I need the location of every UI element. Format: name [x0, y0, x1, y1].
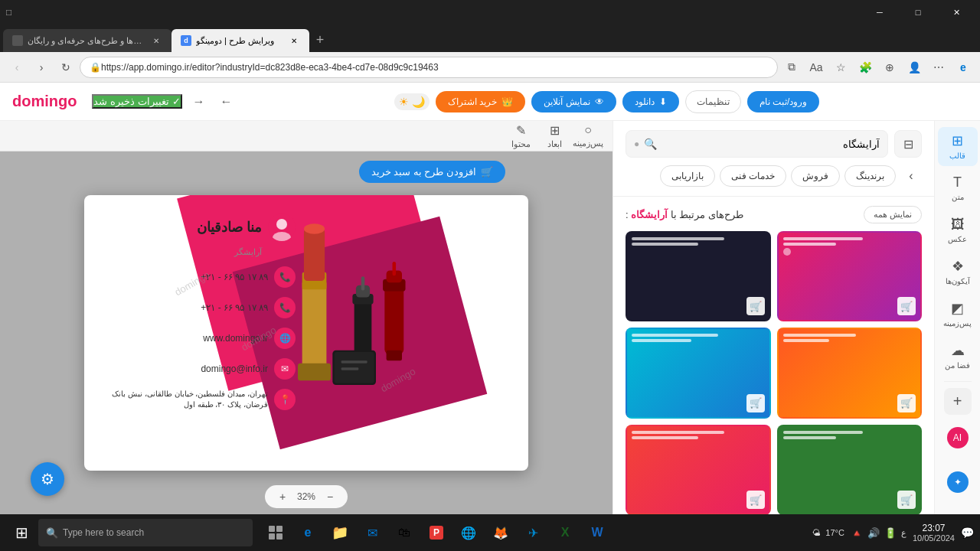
refresh-button[interactable]: ↻	[55, 57, 77, 78]
taskbar-chrome[interactable]: 🌐	[453, 517, 484, 548]
tray-weather: 🌤	[812, 528, 821, 537]
favorites-button[interactable]: ☆	[830, 57, 851, 78]
tab-trending[interactable]: برندینگ	[844, 165, 896, 187]
tray-battery: 🔋	[884, 527, 897, 539]
sidebar-tool-extra[interactable]: ✦	[938, 462, 978, 502]
template-card-4[interactable]: 🛒	[626, 328, 771, 418]
myspace-icon: ☁	[951, 342, 965, 359]
sidebar-tool-template[interactable]: ⊞ قالب	[938, 127, 978, 166]
start-button[interactable]: ⊞	[6, 517, 37, 548]
taskbar-right: 🌤 17°C 🔺 🔊 🔋 ع 23:07 10/05/2024 💬	[812, 523, 974, 543]
sidebar-tool-background[interactable]: ◩ پس‌زمینه	[938, 295, 978, 334]
dimensions-tool[interactable]: ⊞ ابعاد	[542, 124, 567, 148]
photo-icon: 🖼	[951, 217, 965, 233]
back-button[interactable]: ‹	[6, 57, 28, 78]
redo-button[interactable]: →	[188, 92, 210, 112]
floating-action-button[interactable]: ⚙	[31, 462, 64, 496]
preview-button[interactable]: 👁 نمایش آنلاین	[531, 91, 616, 112]
template-3-cart-btn[interactable]: 🛒	[897, 394, 916, 412]
extension1-button[interactable]: 🧩	[854, 57, 876, 78]
taskbar-mail[interactable]: ✉	[357, 517, 387, 548]
edge-icon-taskbar: e	[305, 526, 312, 540]
background-tool[interactable]: ○ پس‌زمینه	[576, 124, 600, 148]
section-title-keyword: آرایشگاه	[631, 209, 668, 220]
notification-button[interactable]: 💬	[961, 527, 974, 539]
theme-toggle[interactable]: 🌙 ☀	[394, 93, 430, 110]
more-button[interactable]: ⋯	[928, 57, 949, 78]
template-2-cart-btn[interactable]: 🛒	[746, 297, 765, 315]
download-button[interactable]: ⬇ دانلود	[622, 91, 679, 112]
tpl-line	[783, 243, 836, 246]
header-right: ورود/ثبت نام تنظیمات ⬇ دانلود 👁 نمایش آن…	[394, 90, 819, 113]
tab-1-close[interactable]: ✕	[150, 34, 162, 47]
add-to-cart-button[interactable]: 🛒 افزودن طرح به سبد خرید	[359, 161, 505, 183]
tool-group: ○ پس‌زمینه ⊞ ابعاد ✎ محتوا	[508, 124, 600, 148]
zoom-in-button[interactable]: +	[274, 488, 291, 505]
taskbar-app-red[interactable]: P	[421, 517, 452, 548]
template-4-cart-btn[interactable]: 🛒	[746, 394, 765, 412]
tab-2[interactable]: d ویرایش طرح | دومینگو ✕	[172, 29, 309, 52]
subscribe-button[interactable]: 👑 خرید اشتراک	[436, 91, 525, 112]
profile-button[interactable]: 👤	[903, 57, 925, 78]
taskbar-taskview[interactable]	[260, 517, 291, 548]
address-bar[interactable]: 🔒 https://app.domingo.ir/editor?industry…	[80, 57, 778, 78]
category-tabs-prev[interactable]: ›	[900, 165, 922, 187]
template-1-cart-btn[interactable]: 🛒	[897, 297, 916, 315]
taskbar-excel[interactable]: X	[550, 517, 580, 548]
template-card-6[interactable]: 🛒	[626, 425, 771, 514]
tab-marketing[interactable]: بازاریابی	[660, 165, 715, 187]
tab-tech[interactable]: خدمات فنی	[720, 165, 786, 187]
minimize-button[interactable]: ─	[862, 4, 897, 21]
taskbar-telegram[interactable]: ✈	[518, 517, 548, 548]
sidebar-tool-ai[interactable]: AI	[938, 418, 978, 458]
taskbar-explorer[interactable]: 📁	[325, 517, 355, 548]
template-card-1[interactable]: 🛒	[777, 231, 923, 321]
forward-button[interactable]: ›	[31, 57, 52, 78]
cart-icon: 🛒	[481, 166, 493, 178]
settings-button[interactable]: تنظیمات	[685, 90, 741, 113]
new-tab-button[interactable]: +	[309, 29, 331, 51]
content-icon: ✎	[516, 123, 526, 138]
content-tool[interactable]: ✎ محتوا	[508, 124, 533, 148]
close-button[interactable]: ✕	[939, 4, 974, 21]
phone-icon-2: 📞	[274, 297, 296, 318]
show-all-button[interactable]: نمایش همه	[864, 206, 922, 223]
tpl-line	[632, 243, 698, 246]
zoom-out-button[interactable]: −	[322, 488, 338, 505]
edge-icon[interactable]: e	[952, 57, 974, 78]
taskbar-edge[interactable]: e	[292, 517, 323, 548]
undo-button[interactable]: ←	[216, 92, 237, 112]
login-button[interactable]: ورود/ثبت نام	[747, 91, 820, 112]
maximize-button[interactable]: □	[900, 4, 936, 21]
sidebar-add-button[interactable]: +	[944, 388, 972, 415]
dimensions-label: ابعاد	[547, 139, 562, 149]
taskbar-search-box[interactable]: 🔍 Type here to search	[38, 519, 253, 546]
tab-2-close[interactable]: ✕	[288, 34, 300, 47]
sidebar-tool-myspace[interactable]: ☁ فضا من	[938, 336, 978, 375]
sidebar-tool-icons[interactable]: ❖ آیکون‌ها	[938, 253, 978, 292]
template-search-input[interactable]	[662, 139, 880, 150]
save-button[interactable]: ✓ تغییرات ذخیره شد	[92, 94, 181, 109]
template-6-cart-btn[interactable]: 🛒	[746, 491, 765, 509]
read-aloud-button[interactable]: Aa	[805, 57, 827, 78]
template-card-5[interactable]: 🛒	[777, 425, 923, 514]
location-icon: 📍	[274, 389, 296, 410]
sidebar-tool-photo[interactable]: 🖼 عکس	[938, 210, 978, 249]
app-logo: domingo	[12, 93, 77, 110]
card-job-title: آرایشگر	[103, 247, 262, 257]
taskbar-browser2[interactable]: 🦊	[485, 517, 516, 548]
icons-icon: ❖	[952, 258, 964, 275]
template-5-cart-btn[interactable]: 🛒	[897, 491, 916, 509]
template-card-2[interactable]: 🛒	[626, 231, 771, 321]
split-view-button[interactable]: ⧉	[781, 57, 802, 78]
web-icon: 🌐	[274, 328, 296, 349]
filter-button[interactable]: ⊟	[894, 130, 922, 158]
extension2-button[interactable]: ⊕	[879, 57, 900, 78]
templates-grid: 🛒 🛒	[626, 231, 922, 514]
tab-1[interactable]: قالب‌ها و طرح‌های حرفه‌ای و رایگان ✕	[3, 29, 172, 52]
template-card-3[interactable]: 🛒	[777, 328, 923, 418]
sidebar-tool-text[interactable]: T متن	[938, 169, 978, 208]
tab-sales[interactable]: فروش	[791, 165, 840, 187]
taskbar-store[interactable]: 🛍	[389, 517, 420, 548]
taskbar-word[interactable]: W	[582, 517, 612, 548]
